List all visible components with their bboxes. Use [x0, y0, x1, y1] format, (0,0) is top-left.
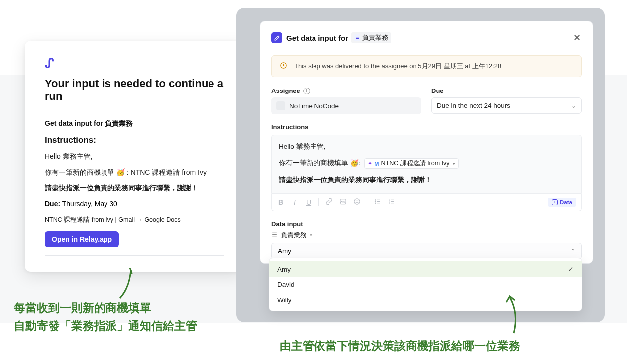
instructions-editor[interactable]: Hello 業務主管, 你有一筆新的商機填單 🥳: ✦ M NTNC 課程邀請 … [271, 135, 582, 194]
variable-chip[interactable]: ✦ M NTNC 課程邀請 from Ivy ▾ [364, 158, 458, 169]
option-label: David [277, 281, 295, 288]
link-icon[interactable] [325, 198, 333, 207]
italic-icon[interactable]: I [291, 198, 299, 206]
body-suffix: : NTNC 課程邀請 from Ivy [125, 168, 207, 176]
annotation-right: 由主管依當下情況決策該商機指派給哪一位業務 [280, 338, 520, 354]
image-icon[interactable] [339, 198, 347, 207]
email-greeting: Hello 業務主管, [45, 152, 224, 161]
chevron-up-icon: ⌃ [570, 248, 575, 255]
instr-greeting: Hello 業務主管, [279, 142, 574, 151]
instructions-section: Instructions Hello 業務主管, 你有一筆新的商機填單 🥳: ✦… [271, 123, 582, 211]
divider [45, 255, 224, 256]
numbered-list-icon[interactable]: 123 [387, 198, 395, 207]
assignee-col: Assignee i ≡ NoTime NoCode [271, 87, 421, 114]
due-field[interactable]: Due in the next 24 hours ⌄ [431, 97, 582, 114]
assignee-field[interactable]: ≡ NoTime NoCode [271, 97, 421, 114]
edit-icon [271, 32, 282, 43]
svg-text:3: 3 [388, 202, 389, 204]
bullet-list-icon[interactable] [373, 198, 381, 207]
svg-point-4 [358, 201, 358, 201]
email-bold-line: 請盡快指派一位負責的業務同事進行聯繫，謝謝！ [45, 184, 224, 193]
info-icon[interactable]: i [303, 88, 310, 94]
clock-icon [280, 62, 287, 71]
assignee-label: Assignee i [271, 87, 421, 94]
svg-point-5 [375, 200, 375, 200]
modal-title-chip: = 負責業務 [351, 32, 391, 43]
instructions-heading: Instructions: [45, 135, 224, 145]
equals-icon: = [354, 34, 360, 41]
data-button-label: Data [560, 199, 572, 205]
email-meta: NTNC 課程邀請 from Ivy | Gmail → Google Docs [45, 216, 224, 224]
email-bold-text: 請盡快指派一位負責的業務同事進行聯繫，謝謝！ [45, 184, 198, 192]
assignee-label-text: Assignee [271, 87, 300, 94]
instr-prefix: 你有一筆新的商機填單 [279, 159, 350, 167]
editor-toolbar: B I U 123 + Data [271, 194, 582, 211]
bold-icon[interactable]: B [277, 198, 285, 206]
option-label: Willy [277, 296, 292, 304]
chip-text: 負責業務 [362, 33, 388, 42]
chip-label: NTNC 課程邀請 from Ivy [381, 159, 449, 168]
due-col: Due Due in the next 24 hours ⌄ [431, 87, 582, 114]
due-label: Due [431, 87, 582, 94]
chevron-down-icon: ▾ [453, 161, 455, 166]
underline-icon[interactable]: U [305, 198, 313, 206]
dropdown-option-amy[interactable]: Amy ✓ [269, 261, 582, 277]
email-body-line: 你有一筆新的商機填單 🥳 : NTNC 課程邀請 from Ivy [45, 168, 224, 177]
instr-bold-text: 請盡快指派一位負責的業務同事進行聯繫，謝謝！ [279, 176, 432, 183]
insert-data-button[interactable]: + Data [548, 198, 576, 207]
due-value: Due in the next 24 hours [437, 102, 510, 109]
instr-bold-line: 請盡快指派一位負責的業務同事進行聯繫，謝謝！ [279, 176, 574, 184]
instr-emoji: 🥳 [350, 159, 359, 167]
close-icon[interactable]: ✕ [572, 31, 582, 44]
plus-icon: + [552, 199, 558, 205]
annotation-arrow-right [504, 293, 523, 336]
annotation-left-line1: 每當收到一則新的商機填單 [14, 299, 197, 317]
toolbar-separator [318, 198, 319, 206]
avatar-icon: ≡ [276, 101, 285, 110]
field-name-text: 負責業務 [281, 231, 307, 240]
assignee-select[interactable]: Amy ⌃ [271, 243, 582, 259]
data-input-modal: Get data input for = 負責業務 ✕ This step wa… [260, 21, 593, 264]
required-asterisk: * [310, 232, 312, 239]
delivery-alert: This step was delivered to the assignee … [271, 55, 582, 77]
svg-point-7 [375, 203, 375, 203]
assignee-due-row: Assignee i ≡ NoTime NoCode Due Due in th… [271, 87, 582, 114]
modal-title: Get data input for = 負責業務 [286, 32, 391, 43]
annotation-arrow-left [117, 268, 137, 302]
modal-header: Get data input for = 負責業務 ✕ [271, 31, 582, 44]
bolt-icon: ✦ [368, 160, 372, 167]
annotation-left: 每當收到一則新的商機填單 自動寄發「業務指派」通知信給主管 [14, 299, 197, 335]
relay-logo: ᔑ [45, 56, 224, 71]
svg-point-6 [375, 201, 375, 202]
svg-point-2 [354, 199, 359, 204]
email-title: Your input is needed to continue a run [45, 77, 224, 110]
select-dropdown: Amy ✓ David Willy [269, 258, 582, 311]
dropdown-option-willy[interactable]: Willy [269, 292, 582, 308]
data-input-label: Data input [271, 220, 582, 228]
field-name-row: 負責業務 * [271, 231, 582, 240]
instructions-label: Instructions [271, 123, 582, 131]
instr-body-line: 你有一筆新的商機填單 🥳: ✦ M NTNC 課程邀請 from Ivy ▾ [279, 158, 574, 169]
toolbar-separator [367, 198, 367, 206]
assignee-value: NoTime NoCode [289, 102, 339, 110]
data-input-section: Data input 負責業務 * Amy ⌃ [271, 220, 582, 259]
gmail-icon: M [374, 161, 379, 167]
modal-title-prefix: Get data input for [286, 34, 348, 42]
list-icon [271, 231, 278, 239]
check-icon: ✓ [568, 265, 574, 273]
option-label: Amy [277, 266, 291, 273]
emoji-icon[interactable] [353, 198, 361, 207]
chevron-down-icon: ⌄ [571, 102, 576, 109]
open-in-relay-button[interactable]: Open in Relay.app [45, 231, 119, 247]
body-prefix: 你有一筆新的商機填單 [45, 168, 116, 176]
due-value: Thursday, May 30 [62, 200, 117, 208]
alert-text: This step was delivered to the assignee … [294, 62, 501, 71]
email-due: Due: Thursday, May 30 [45, 200, 224, 208]
svg-point-3 [356, 201, 356, 201]
annotation-left-line2: 自動寄發「業務指派」通知信給主管 [14, 317, 197, 335]
due-label: Due: [45, 200, 60, 208]
dropdown-option-david[interactable]: David [269, 277, 582, 292]
email-preview-card: ᔑ Your input is needed to continue a run… [25, 41, 244, 272]
instr-colon: : [359, 159, 361, 167]
party-emoji: 🥳 [116, 168, 125, 176]
